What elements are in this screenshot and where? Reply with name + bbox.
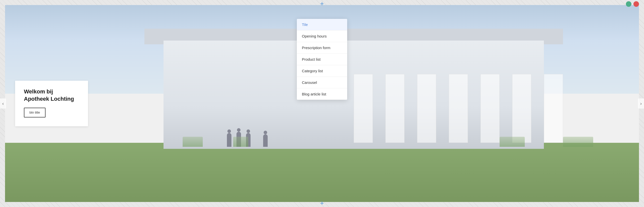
status-circle-green: [626, 1, 631, 7]
bush-4: [563, 137, 593, 147]
hero-cta-button[interactable]: btn title: [24, 108, 46, 118]
hero-text-card: Welkom bij Apotheek Lochting btn title: [15, 81, 88, 126]
dropdown-item-product-list[interactable]: Product list: [297, 54, 347, 65]
component-type-dropdown: Tile Opening hours Prescription form Pro…: [297, 19, 347, 100]
dropdown-item-blog-article-list[interactable]: Blog article list: [297, 88, 347, 100]
dropdown-item-category-list[interactable]: Category list: [297, 65, 347, 77]
carousel-next-button[interactable]: ›: [638, 98, 644, 109]
building-column-3: [417, 74, 436, 143]
bush-1: [183, 137, 203, 147]
building-column-6: [512, 74, 531, 143]
ground-background: [5, 143, 639, 202]
bush-3: [500, 137, 525, 147]
carousel-prev-button[interactable]: ‹: [0, 98, 6, 109]
building-column-7: [544, 74, 563, 143]
figure-4: [263, 134, 268, 147]
dropdown-item-prescription-form[interactable]: Prescription form: [297, 42, 347, 54]
bush-2: [233, 137, 248, 147]
add-section-bottom-button[interactable]: +: [318, 199, 326, 206]
page-wrapper: + + ‹ ›: [0, 0, 644, 207]
dropdown-item-tile[interactable]: Tile: [297, 19, 347, 30]
building-column-1: [354, 74, 373, 143]
dropdown-item-opening-hours[interactable]: Opening hours: [297, 30, 347, 42]
figure-1: [227, 133, 231, 147]
dropdown-item-carousel[interactable]: Carousel: [297, 77, 347, 88]
hero-heading: Welkom bij Apotheek Lochting: [24, 88, 79, 102]
building-column-2: [385, 74, 405, 143]
status-circle-red: [633, 1, 639, 7]
add-section-top-button[interactable]: +: [318, 0, 326, 7]
building-column-4: [449, 74, 468, 143]
building-column-5: [480, 74, 500, 143]
